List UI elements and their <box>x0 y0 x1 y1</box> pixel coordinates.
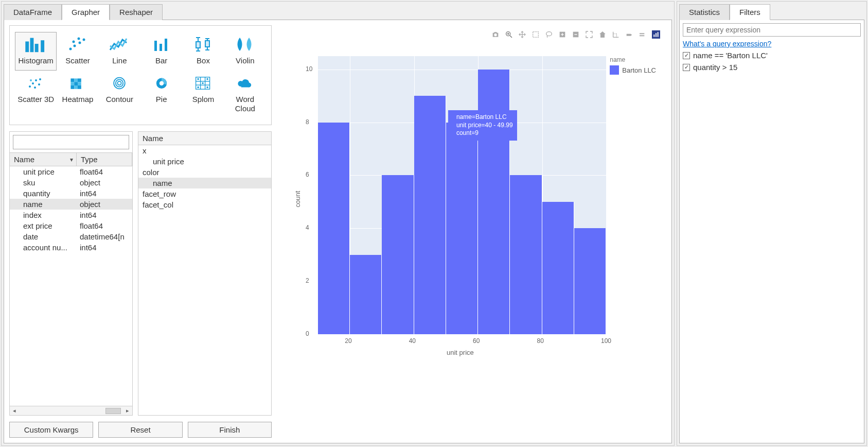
tab-statistics[interactable]: Statistics <box>679 4 730 20</box>
histogram-bar[interactable] <box>446 123 478 334</box>
mapping-item[interactable]: facet_col <box>138 199 271 210</box>
field-search-input[interactable] <box>13 135 129 149</box>
box-select-icon[interactable] <box>532 30 540 40</box>
legend-item[interactable]: Barton LLC <box>610 65 656 75</box>
scroll-left-icon[interactable]: ◂ <box>10 407 19 414</box>
histogram-bar[interactable] <box>478 70 510 334</box>
svg-rect-14 <box>196 42 200 48</box>
chart-type-line[interactable]: Line <box>99 32 140 71</box>
line-icon <box>107 36 132 53</box>
chart-type-contour[interactable]: Contour <box>99 71 140 118</box>
mapping-panel: Name xunit pricecolornamefacet_rowfacet_… <box>138 131 272 416</box>
chart-column: name Barton LLC name=Barton LLCunit pric… <box>282 25 666 438</box>
histogram-bar[interactable] <box>510 175 542 334</box>
field-row[interactable]: account nu...int64 <box>10 242 132 253</box>
svg-point-39 <box>118 81 121 85</box>
field-row[interactable]: unit pricefloat64 <box>10 166 132 177</box>
filter-item[interactable]: ✓ name == 'Barton LLC' <box>683 51 861 60</box>
mapping-item[interactable]: name <box>138 178 271 188</box>
mapping-item[interactable]: unit price <box>138 156 271 167</box>
tab-grapher[interactable]: Grapher <box>62 4 110 20</box>
chart-type-violin[interactable]: Violin <box>224 32 266 71</box>
reset-button[interactable]: Reset <box>98 422 182 438</box>
hover-closest-icon[interactable] <box>625 30 633 40</box>
svg-point-9 <box>82 39 85 41</box>
zoom-icon[interactable] <box>505 30 513 40</box>
chart-type-heatmap[interactable]: Heatmap <box>57 71 98 118</box>
svg-point-8 <box>77 38 80 40</box>
field-row[interactable]: nameobject <box>10 199 132 210</box>
hover-compare-icon[interactable] <box>639 30 647 40</box>
spike-lines-icon[interactable] <box>612 30 620 40</box>
mapping-item[interactable]: color <box>138 167 271 178</box>
col-header-name[interactable]: Name▾ <box>10 153 77 166</box>
horizontal-scrollbar[interactable]: ◂ ▸ <box>10 406 132 415</box>
filter-query-input[interactable] <box>683 23 861 37</box>
histogram-bar[interactable] <box>350 255 382 334</box>
svg-rect-30 <box>78 78 81 82</box>
reset-axes-icon[interactable] <box>598 30 607 40</box>
chart-type-scatter[interactable]: Scatter <box>57 32 98 71</box>
grapher-body: HistogramScatterLineBarBoxViolinScatter … <box>4 20 672 443</box>
scatter3d-icon <box>23 74 49 92</box>
query-help-link[interactable]: What's a query expression? <box>683 40 861 48</box>
field-row[interactable]: quantityint64 <box>10 188 132 199</box>
histogram-bar[interactable] <box>574 228 606 334</box>
field-row[interactable]: skuobject <box>10 177 132 188</box>
filter-checkbox[interactable]: ✓ <box>683 52 690 59</box>
filter-checkbox[interactable]: ✓ <box>683 64 690 71</box>
field-row[interactable]: indexint64 <box>10 210 132 220</box>
mapping-item[interactable]: x <box>138 145 271 156</box>
field-rows: unit pricefloat64skuobjectquantityint64n… <box>10 166 132 406</box>
col-header-type[interactable]: Type <box>77 153 132 166</box>
svg-point-27 <box>30 79 32 81</box>
autoscale-icon[interactable] <box>585 30 593 40</box>
x-tick: 60 <box>473 337 480 345</box>
field-name: account nu... <box>10 242 77 252</box>
plotly-logo-icon[interactable] <box>652 30 660 40</box>
finish-button[interactable]: Finish <box>188 422 272 438</box>
camera-icon[interactable] <box>491 30 500 40</box>
zoom-out-icon[interactable] <box>572 30 580 40</box>
chart-type-scatter3d[interactable]: Scatter 3D <box>15 71 57 118</box>
zoom-in-icon[interactable] <box>558 30 566 40</box>
chart-type-box[interactable]: Box <box>182 32 224 71</box>
histogram-bar[interactable] <box>414 96 446 334</box>
chart-type-label: Violin <box>236 56 254 65</box>
svg-rect-18 <box>205 41 209 47</box>
lasso-select-icon[interactable] <box>545 30 553 40</box>
svg-rect-33 <box>78 82 81 85</box>
field-type: int64 <box>77 188 132 198</box>
field-type: object <box>77 199 132 209</box>
tab-dataframe[interactable]: DataFrame <box>4 4 62 20</box>
chart-type-label: Pie <box>156 95 167 104</box>
tab-filters[interactable]: Filters <box>730 4 770 20</box>
legend-swatch <box>610 65 619 75</box>
y-tick: 8 <box>306 118 309 126</box>
chart-type-histogram[interactable]: Histogram <box>15 32 57 71</box>
left-column: HistogramScatterLineBarBoxViolinScatter … <box>9 25 272 438</box>
field-type: float64 <box>77 166 132 177</box>
histogram-bar[interactable] <box>382 175 414 334</box>
pan-icon[interactable] <box>518 30 526 40</box>
svg-point-48 <box>202 82 203 83</box>
scroll-thumb[interactable] <box>105 408 121 414</box>
filter-item[interactable]: ✓ quantity > 15 <box>683 63 861 72</box>
chart-type-wordcloud[interactable]: Word Cloud <box>224 71 266 118</box>
scroll-right-icon[interactable]: ▸ <box>123 407 132 414</box>
histogram-bar[interactable] <box>542 202 574 334</box>
mapping-item[interactable]: facet_row <box>138 188 271 199</box>
tab-reshaper[interactable]: Reshaper <box>110 4 163 20</box>
plot-area[interactable]: name Barton LLC name=Barton LLCunit pric… <box>282 25 666 438</box>
chart-type-splom[interactable]: Splom <box>182 71 224 118</box>
histogram-bar[interactable] <box>318 123 350 334</box>
field-panel: Name▾ Type unit pricefloat64skuobjectqua… <box>9 131 133 416</box>
field-row[interactable]: ext pricefloat64 <box>10 220 132 231</box>
chart-type-bar[interactable]: Bar <box>140 32 182 71</box>
x-tick: 20 <box>345 337 351 345</box>
field-row[interactable]: datedatetime64[n <box>10 231 132 242</box>
custom-kwargs-button[interactable]: Custom Kwargs <box>9 422 93 438</box>
chart-type-pie[interactable]: Pie <box>140 71 182 118</box>
scatter-icon <box>65 36 91 53</box>
svg-rect-31 <box>70 82 74 85</box>
